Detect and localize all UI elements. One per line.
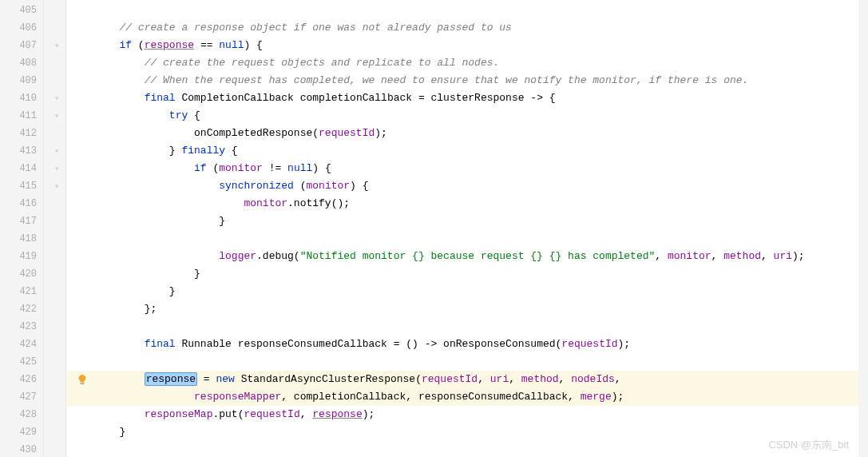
line-number: 421 <box>0 283 43 300</box>
code-line[interactable]: if (monitor != null) { <box>66 160 858 177</box>
gutter-row <box>44 230 65 248</box>
line-number: 413 <box>0 142 43 160</box>
fold-icon[interactable]: ▾ <box>54 182 59 191</box>
line-number: 410 <box>0 89 43 107</box>
code-line[interactable]: // When the request has completed, we ne… <box>66 72 858 89</box>
code-line[interactable]: synchronized (monitor) { <box>66 177 858 195</box>
line-number: 428 <box>0 406 43 423</box>
line-number: 420 <box>0 265 43 283</box>
code-line[interactable]: responseMapper, completionCallback, resp… <box>66 388 858 406</box>
line-number: 417 <box>0 213 43 230</box>
line-number: 430 <box>0 441 43 457</box>
gutter-row <box>44 388 65 406</box>
gutter-row: ▾ <box>44 89 65 107</box>
code-line[interactable]: } <box>66 423 858 441</box>
gutter-row <box>44 406 65 423</box>
gutter-row: ▾ <box>44 37 65 54</box>
code-line[interactable]: if (response == null) { <box>66 37 858 54</box>
fold-icon[interactable]: ▾ <box>54 42 59 50</box>
gutter-row <box>44 195 65 213</box>
gutter-row <box>44 371 65 388</box>
fold-icon[interactable]: ▾ <box>54 94 59 103</box>
fold-icon[interactable]: ▾ <box>54 112 59 121</box>
line-number-gutter: 4054064074084094104114124134144154164174… <box>0 0 44 457</box>
code-line[interactable]: // create the request objects and replic… <box>66 54 858 72</box>
gutter-row <box>44 72 65 89</box>
code-line[interactable]: } <box>66 213 858 230</box>
code-line[interactable]: try { <box>66 107 858 125</box>
code-line[interactable]: }; <box>66 300 858 318</box>
line-number: 427 <box>0 388 43 406</box>
line-number: 414 <box>0 160 43 177</box>
line-number: 423 <box>0 318 43 336</box>
line-number: 425 <box>0 353 43 371</box>
code-line[interactable]: } finally { <box>66 142 858 160</box>
code-line[interactable] <box>66 441 858 457</box>
line-number: 409 <box>0 72 43 89</box>
code-line[interactable] <box>66 353 858 371</box>
line-number: 429 <box>0 423 43 441</box>
line-number: 407 <box>0 37 43 54</box>
gutter-row <box>44 213 65 230</box>
line-number: 406 <box>0 19 43 37</box>
code-line[interactable]: responseMap.put(requestId, response); <box>66 406 858 423</box>
code-line[interactable] <box>66 318 858 336</box>
gutter-row: ▾ <box>44 160 65 177</box>
gutter-row <box>44 125 65 142</box>
code-line[interactable]: } <box>66 283 858 300</box>
line-number: 412 <box>0 125 43 142</box>
line-number: 416 <box>0 195 43 213</box>
line-number: 426 <box>0 371 43 388</box>
gutter-row <box>44 2 65 19</box>
line-number: 408 <box>0 54 43 72</box>
svg-rect-0 <box>80 383 84 383</box>
gutter-row: ▾ <box>44 177 65 195</box>
gutter-row <box>44 353 65 371</box>
gutter-row <box>44 336 65 353</box>
fold-icon[interactable]: ▾ <box>54 147 59 156</box>
gutter-row <box>44 318 65 336</box>
gutter-row <box>44 441 65 457</box>
line-number: 424 <box>0 336 43 353</box>
code-line[interactable]: onCompletedResponse(requestId); <box>66 125 858 142</box>
gutter-row <box>44 54 65 72</box>
intention-bulb-icon[interactable] <box>77 374 88 385</box>
code-line[interactable]: final Runnable responseConsumedCallback … <box>66 336 858 353</box>
gutter-indicators: ▾▾▾▾▾▾ <box>44 0 66 457</box>
code-line[interactable]: } <box>66 265 858 283</box>
line-number: 415 <box>0 177 43 195</box>
gutter-row <box>44 300 65 318</box>
line-number: 422 <box>0 300 43 318</box>
line-number: 405 <box>0 2 43 19</box>
gutter-row: ▾ <box>44 142 65 160</box>
code-line[interactable]: // create a response object if one was n… <box>66 19 858 37</box>
code-line[interactable]: response = new StandardAsyncClusterRespo… <box>66 371 858 388</box>
line-number: 418 <box>0 230 43 248</box>
code-editor[interactable]: // create a response object if one was n… <box>66 0 858 457</box>
line-number: 419 <box>0 248 43 265</box>
code-line[interactable] <box>66 230 858 248</box>
fold-icon[interactable]: ▾ <box>54 165 59 173</box>
code-line[interactable] <box>66 2 858 19</box>
vertical-scrollbar[interactable] <box>858 0 868 457</box>
code-line[interactable]: final CompletionCallback completionCallb… <box>66 89 858 107</box>
gutter-row <box>44 265 65 283</box>
code-line[interactable]: monitor.notify(); <box>66 195 858 213</box>
watermark: CSDN @东南_bit <box>768 438 849 452</box>
line-number: 411 <box>0 107 43 125</box>
gutter-row: ▾ <box>44 107 65 125</box>
gutter-row <box>44 283 65 300</box>
gutter-row <box>44 19 65 37</box>
code-line[interactable]: logger.debug("Notified monitor {} becaus… <box>66 248 858 265</box>
gutter-row <box>44 248 65 265</box>
gutter-row <box>44 423 65 441</box>
